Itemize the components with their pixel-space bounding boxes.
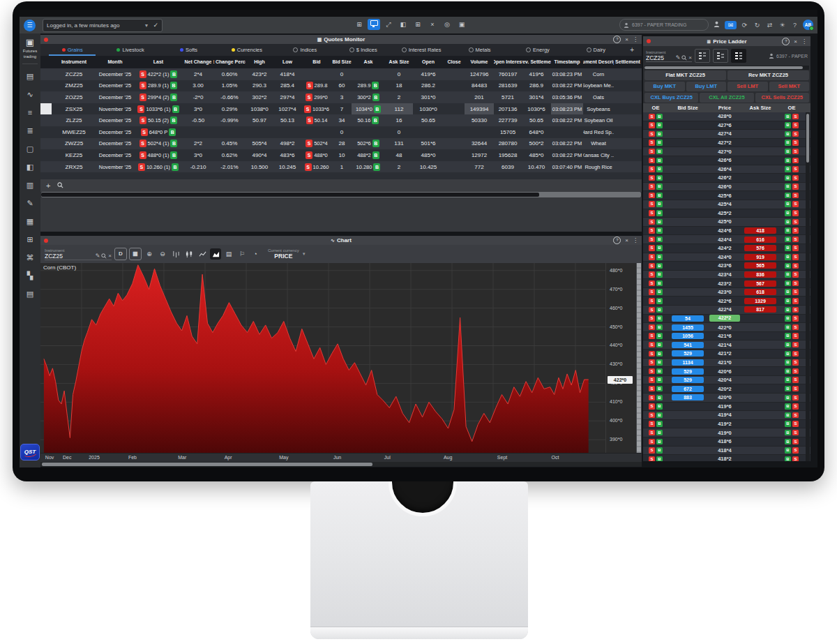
buy-badge[interactable]: B — [785, 315, 791, 322]
price-cell[interactable]: 418*4 — [707, 447, 742, 454]
buy-badge[interactable]: B — [785, 456, 791, 461]
buy-badge[interactable]: B — [170, 117, 177, 124]
close-icon[interactable]: × — [794, 38, 797, 45]
price-cell[interactable]: 421*6 — [707, 333, 742, 339]
messages-icon[interactable]: ✉ — [725, 21, 737, 29]
add-tab-button[interactable]: + — [625, 46, 639, 54]
sell-badge[interactable]: S — [649, 377, 655, 383]
buy-badge[interactable]: B — [656, 456, 663, 461]
sidebar-item-price-ladder[interactable]: ≣ — [27, 121, 33, 140]
buy-badge[interactable]: B — [656, 122, 663, 128]
clear-icon[interactable]: × — [108, 253, 112, 259]
buy-badge[interactable]: B — [656, 219, 663, 225]
price-cell[interactable]: 423*2 — [707, 280, 742, 287]
price-cell[interactable]: 426*4 — [707, 166, 742, 172]
ladder-row[interactable]: SB422*61329BS — [643, 297, 810, 306]
close-workspace-icon[interactable]: × — [426, 19, 439, 30]
scrollbar-thumb[interactable] — [806, 114, 809, 163]
sell-badge[interactable]: S — [792, 307, 799, 313]
ladder-row[interactable]: SB427*0BS — [643, 147, 810, 156]
bid-size-cell[interactable]: 529 — [668, 377, 707, 383]
search-instrument-icon[interactable] — [57, 182, 63, 189]
buy-badge[interactable]: B — [785, 439, 791, 445]
interval-day-button[interactable]: D — [114, 248, 127, 260]
sell-badge[interactable]: S — [649, 210, 655, 216]
sidebar-item-journal[interactable]: ▥ — [27, 176, 33, 194]
sell-badge[interactable]: S — [649, 227, 655, 234]
sell-badge[interactable]: S — [649, 131, 655, 137]
ladder-horizontal-scrollbar[interactable] — [644, 66, 809, 70]
sell-badge[interactable]: S — [649, 298, 655, 304]
price-cell[interactable]: 425*2 — [707, 210, 742, 216]
add-instrument-icon[interactable]: + — [46, 182, 50, 189]
price-cell[interactable]: 427*0 — [707, 149, 742, 155]
sell-badge[interactable]: S — [792, 140, 799, 146]
sell-badge[interactable]: S — [792, 315, 799, 322]
table-row[interactable]: ZLZ25December '25S50.15 (2)B-0.50-0.99%5… — [40, 114, 642, 126]
buy-badge[interactable]: B — [656, 271, 663, 278]
ladder-row[interactable]: SB426*2BS — [643, 174, 810, 183]
buy-badge[interactable]: B — [785, 280, 791, 287]
sell-badge[interactable]: S — [792, 184, 799, 190]
edit-icon[interactable]: ✎ — [96, 253, 100, 259]
price-cell[interactable]: 420*2 — [707, 386, 742, 392]
buy-badge[interactable]: B — [656, 201, 663, 207]
buy-badge[interactable]: B — [785, 193, 791, 199]
buy-badge[interactable]: B — [170, 70, 177, 78]
bid-size-cell[interactable]: 54 — [668, 315, 707, 322]
sell-badge[interactable]: S — [792, 342, 799, 348]
buy-badge[interactable]: B — [656, 386, 663, 392]
price-cell[interactable]: 419*0 — [707, 430, 742, 436]
buy-badge[interactable]: B — [372, 140, 379, 147]
tab-energy[interactable]: Energy — [508, 44, 566, 56]
price-cell[interactable]: 424*2 — [707, 245, 742, 251]
sidebar-item-futures-trading[interactable]: ▣ Futures trading — [20, 37, 40, 59]
price-cell[interactable]: 425*6 — [707, 193, 742, 199]
sell-badge[interactable]: S — [138, 163, 145, 171]
price-cell[interactable]: 418*2 — [707, 456, 742, 461]
sell-badge[interactable]: S — [792, 439, 799, 445]
sidebar-item-charts[interactable]: ∿ — [27, 85, 33, 103]
buy-badge[interactable]: B — [656, 351, 663, 357]
buy-badge[interactable]: B — [656, 210, 663, 216]
price-cell[interactable]: 424*0 — [707, 254, 742, 260]
session-dropdown[interactable]: Logged in, a few minutes ago ▼ ✓ — [43, 19, 163, 32]
split-layout-icon[interactable]: ◧ — [397, 19, 409, 30]
price-cell[interactable]: 426*0 — [707, 184, 742, 190]
buy-badge[interactable]: B — [785, 395, 791, 401]
buy-badge[interactable]: B — [656, 377, 663, 383]
price-cell[interactable]: 421*2 — [707, 350, 742, 357]
sell-badge[interactable]: S — [649, 421, 655, 427]
currency-dropdown[interactable]: Current currency PRICE — [268, 248, 299, 260]
help-icon[interactable]: ? — [613, 36, 621, 43]
price-cell[interactable]: 425*4 — [707, 201, 742, 207]
buy-badge[interactable]: B — [170, 93, 177, 101]
ladder-row[interactable]: SB424*0919BS — [643, 253, 810, 262]
sell-badge[interactable]: S — [792, 175, 799, 181]
ask-size-cell[interactable]: 919 — [742, 254, 778, 260]
price-cell[interactable]: 422*6 — [707, 298, 742, 304]
ask-size-cell[interactable]: 567 — [742, 280, 778, 287]
buy-badge[interactable]: B — [372, 151, 379, 159]
buy-badge[interactable]: B — [785, 271, 791, 278]
sell-badge[interactable]: S — [140, 140, 146, 147]
sidebar-item-quotes-monitor[interactable]: ▤ — [27, 67, 33, 85]
ladder-row[interactable]: SB419*2BS — [643, 420, 810, 429]
bars-chart-button[interactable] — [170, 248, 181, 260]
ladder-row[interactable]: SB422*4817BS — [643, 306, 810, 315]
price-cell[interactable]: 421*0 — [707, 359, 742, 366]
ladder-row[interactable]: SB419*6BS — [643, 403, 810, 412]
sell-badge[interactable]: S — [792, 210, 799, 216]
buy-badge[interactable]: B — [656, 368, 663, 375]
sell-badge[interactable]: S — [649, 175, 655, 181]
buy-badge[interactable]: B — [785, 324, 791, 331]
price-cell[interactable]: 425*0 — [707, 218, 742, 225]
horizontal-scrollbar[interactable] — [41, 192, 641, 197]
ladder-row[interactable]: SB426*4BS — [643, 165, 810, 174]
price-cell[interactable]: 423*4 — [707, 271, 742, 278]
sell-badge[interactable]: S — [792, 245, 799, 251]
buy-badge[interactable]: B — [656, 439, 663, 445]
monitor-view-icon[interactable] — [368, 19, 380, 30]
sell-badge[interactable]: S — [649, 114, 655, 120]
table-row[interactable]: KEZ25December '25S488*0 (1)B3*00.62%490*… — [40, 149, 642, 161]
